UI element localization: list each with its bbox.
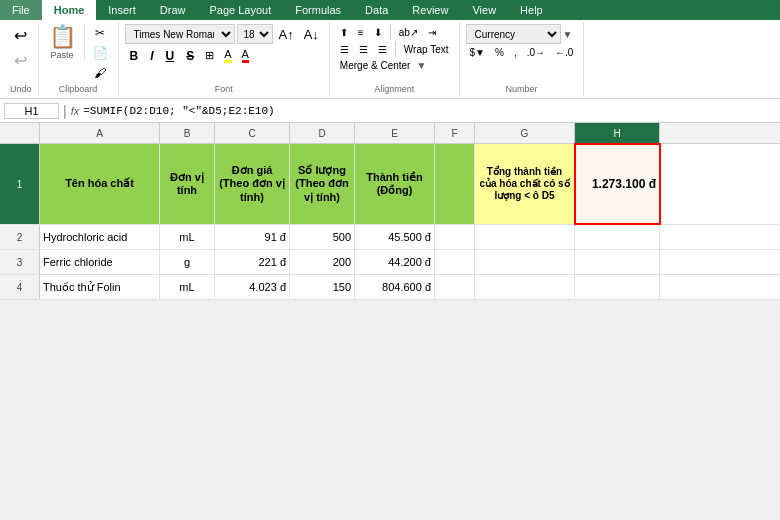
underline-button[interactable]: U	[161, 48, 180, 64]
row-num-4[interactable]: 4	[0, 275, 40, 299]
cell-e4[interactable]: 804.600 đ	[355, 275, 435, 299]
cell-b3-text: g	[184, 256, 190, 268]
cell-g1[interactable]: Tổng thành tiền của hóa chất có số lượng…	[475, 144, 575, 224]
font-size-select[interactable]: 18	[237, 24, 273, 44]
table-row: 2 Hydrochloric acid mL 91 đ 500 45.500 đ	[0, 225, 780, 250]
tab-home[interactable]: Home	[42, 0, 97, 20]
row-num-2[interactable]: 2	[0, 225, 40, 249]
decrease-font-button[interactable]: A↓	[300, 25, 323, 44]
cell-d2[interactable]: 500	[290, 225, 355, 249]
orientation-button[interactable]: ab↗	[395, 25, 422, 40]
cell-f1[interactable]	[435, 144, 475, 224]
borders-button[interactable]: ⊞	[201, 47, 218, 64]
merge-center-button[interactable]: Merge & Center	[336, 58, 415, 73]
cell-c3[interactable]: 221 đ	[215, 250, 290, 274]
cell-c1[interactable]: Đơn giá (Theo đơn vị tính)	[215, 144, 290, 224]
fill-color-button[interactable]: A	[220, 46, 235, 65]
increase-decimal-button[interactable]: .0→	[523, 46, 549, 59]
copy-button[interactable]: 📄	[89, 44, 112, 62]
cell-b1[interactable]: Đơn vị tính	[160, 144, 215, 224]
formula-input[interactable]	[83, 105, 776, 117]
cell-a4[interactable]: Thuốc thử Folin	[40, 275, 160, 299]
cell-g4[interactable]	[475, 275, 575, 299]
col-header-a[interactable]: A	[40, 123, 160, 143]
tab-review[interactable]: Review	[400, 0, 460, 20]
redo-button[interactable]: ↩	[10, 49, 31, 72]
align-bottom-button[interactable]: ⬇	[370, 25, 386, 40]
decrease-decimal-button[interactable]: ←.0	[551, 46, 577, 59]
align-right-button[interactable]: ☰	[374, 42, 391, 57]
col-header-b[interactable]: B	[160, 123, 215, 143]
number-group: Currency ▼ $▼ % , .0→ ←.0 Number	[460, 22, 585, 96]
tab-insert[interactable]: Insert	[96, 0, 148, 20]
cell-e3[interactable]: 44.200 đ	[355, 250, 435, 274]
col-header-g[interactable]: G	[475, 123, 575, 143]
format-painter-button[interactable]: 🖌	[89, 64, 112, 82]
cell-b3[interactable]: g	[160, 250, 215, 274]
undo-group: ↩ ↩ Undo	[4, 22, 39, 96]
increase-font-button[interactable]: A↑	[275, 25, 298, 44]
cell-c2[interactable]: 91 đ	[215, 225, 290, 249]
percent-button[interactable]: %	[491, 46, 508, 59]
col-header-h[interactable]: H	[575, 123, 660, 143]
cell-d4[interactable]: 150	[290, 275, 355, 299]
col-header-d[interactable]: D	[290, 123, 355, 143]
cell-h3[interactable]	[575, 250, 660, 274]
dollar-button[interactable]: $▼	[466, 46, 489, 59]
cell-a1-text: Tên hóa chất	[65, 177, 134, 190]
align-left-button[interactable]: ☰	[336, 42, 353, 57]
formula-bar: | fx	[0, 99, 780, 123]
undo-button[interactable]: ↩	[10, 24, 31, 47]
cell-a1[interactable]: Tên hóa chất	[40, 144, 160, 224]
paste-button[interactable]: 📋	[45, 24, 80, 50]
tab-view[interactable]: View	[460, 0, 508, 20]
number-format-select[interactable]: Currency	[466, 24, 561, 44]
row-num-1[interactable]: 1	[0, 144, 40, 224]
cell-f4[interactable]	[435, 275, 475, 299]
cut-button[interactable]: ✂	[89, 24, 112, 42]
cell-b4[interactable]: mL	[160, 275, 215, 299]
tab-draw[interactable]: Draw	[148, 0, 198, 20]
cell-d1[interactable]: Số lượng (Theo đơn vị tính)	[290, 144, 355, 224]
corner-header	[0, 123, 40, 143]
cell-e2-text: 45.500 đ	[388, 231, 431, 243]
cell-g2[interactable]	[475, 225, 575, 249]
tab-formulas[interactable]: Formulas	[283, 0, 353, 20]
font-name-select[interactable]: Times New Roman	[125, 24, 235, 44]
align-top-button[interactable]: ⬆	[336, 25, 352, 40]
cell-d3[interactable]: 200	[290, 250, 355, 274]
col-header-e[interactable]: E	[355, 123, 435, 143]
cell-e1[interactable]: Thành tiền (Đồng)	[355, 144, 435, 224]
col-header-f[interactable]: F	[435, 123, 475, 143]
cell-e3-text: 44.200 đ	[388, 256, 431, 268]
cell-e2[interactable]: 45.500 đ	[355, 225, 435, 249]
cell-h2[interactable]	[575, 225, 660, 249]
cell-a2[interactable]: Hydrochloric acid	[40, 225, 160, 249]
bold-button[interactable]: B	[125, 48, 144, 64]
cell-f2[interactable]	[435, 225, 475, 249]
align-center-button[interactable]: ☰	[355, 42, 372, 57]
strikethrough-button[interactable]: S	[181, 48, 199, 64]
cell-b2[interactable]: mL	[160, 225, 215, 249]
comma-button[interactable]: ,	[510, 46, 521, 59]
italic-button[interactable]: I	[145, 48, 158, 64]
cell-h4[interactable]	[575, 275, 660, 299]
cell-h1-text: 1.273.100 đ	[578, 177, 656, 191]
cell-f3[interactable]	[435, 250, 475, 274]
tab-page-layout[interactable]: Page Layout	[197, 0, 283, 20]
cell-g3[interactable]	[475, 250, 575, 274]
align-middle-button[interactable]: ≡	[354, 25, 368, 40]
cell-c4[interactable]: 4.023 đ	[215, 275, 290, 299]
indent-button[interactable]: ⇥	[424, 25, 440, 40]
tab-file[interactable]: File	[0, 0, 42, 20]
tab-help[interactable]: Help	[508, 0, 555, 20]
fx-label: fx	[71, 105, 80, 117]
wrap-text-button[interactable]: Wrap Text	[400, 42, 453, 57]
cell-reference-input[interactable]	[4, 103, 59, 119]
cell-h1[interactable]: 1.273.100 đ	[575, 144, 660, 224]
row-num-3[interactable]: 3	[0, 250, 40, 274]
col-header-c[interactable]: C	[215, 123, 290, 143]
font-color-button[interactable]: A	[238, 46, 253, 65]
cell-a3[interactable]: Ferric chloride	[40, 250, 160, 274]
tab-data[interactable]: Data	[353, 0, 400, 20]
